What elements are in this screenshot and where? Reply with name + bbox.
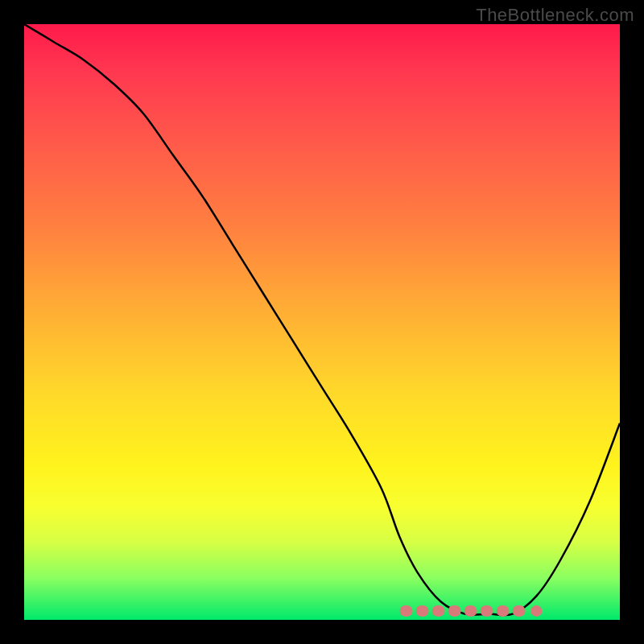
bottleneck-curve-line <box>24 24 620 615</box>
chart-svg <box>24 24 620 620</box>
optimal-zone-end-dot <box>513 605 524 617</box>
optimal-zone-end-dot-2 <box>530 605 542 617</box>
attribution-text: TheBottleneck.com <box>476 5 634 26</box>
plot-area <box>24 24 620 620</box>
